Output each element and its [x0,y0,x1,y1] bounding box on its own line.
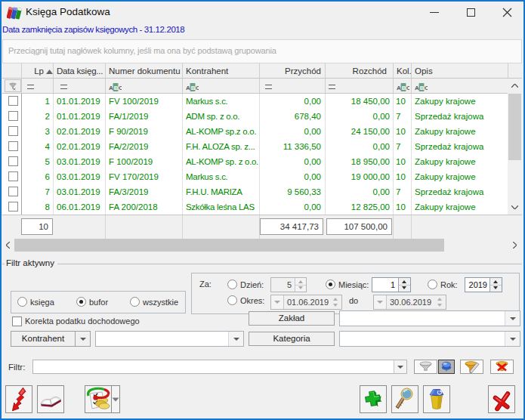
svg-text:B: B [402,85,406,91]
svg-text:A: A [415,85,419,91]
svg-text:A: A [186,85,190,91]
svg-text:A: A [109,85,113,91]
svg-text:A: A [397,85,401,91]
svg-text:B: B [420,85,425,91]
svg-text:C: C [425,85,428,91]
svg-text:B: B [191,85,196,91]
svg-text:C: C [196,85,199,91]
svg-text:C: C [406,85,409,91]
svg-text:C: C [119,85,122,91]
svg-text:B: B [114,85,119,91]
